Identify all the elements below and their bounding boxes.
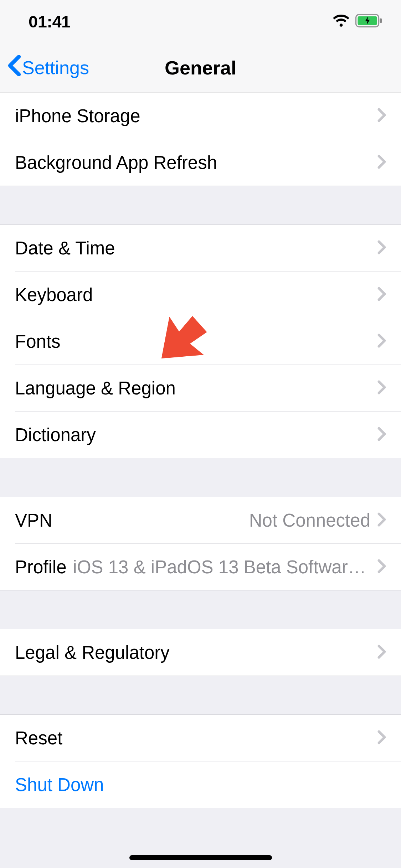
row-legal[interactable]: Legal & Regulatory [0,629,401,676]
back-label: Settings [22,57,89,78]
back-button[interactable]: Settings [0,55,89,80]
chevron-right-icon [377,240,386,256]
row-label: Legal & Regulatory [15,642,170,663]
row-detail: iOS 13 & iPadOS 13 Beta Software Profile… [73,557,377,578]
chevron-right-icon [377,427,386,443]
chevron-right-icon [377,108,386,124]
status-time: 01:41 [29,12,71,31]
row-keyboard[interactable]: Keyboard [0,272,401,318]
chevron-right-icon [377,512,386,528]
row-label: Language & Region [15,378,176,399]
chevron-right-icon [377,287,386,303]
nav-bar: Settings General [0,43,401,93]
row-date-time[interactable]: Date & Time [0,225,401,271]
row-label: iPhone Storage [15,105,140,126]
status-bar: 01:41 [0,0,401,43]
chevron-right-icon [377,559,386,575]
chevron-right-icon [377,645,386,660]
group-reset: Reset Shut Down [0,714,401,808]
row-vpn[interactable]: VPN Not Connected [0,497,401,543]
row-dictionary[interactable]: Dictionary [0,412,401,458]
row-label: Profile [15,557,67,578]
chevron-left-icon [7,55,21,80]
chevron-right-icon [377,155,386,170]
row-label: Reset [15,728,62,749]
row-label: Fonts [15,331,61,352]
group-vpn-profile: VPN Not Connected Profile iOS 13 & iPadO… [0,497,401,590]
chevron-right-icon [377,380,386,396]
group-legal: Legal & Regulatory [0,629,401,676]
status-right [333,14,383,29]
row-language-region[interactable]: Language & Region [0,365,401,411]
content[interactable]: iPhone Storage Background App Refresh Da… [0,93,401,868]
battery-icon [355,14,383,29]
row-detail: Not Connected [59,510,377,531]
row-profile[interactable]: Profile iOS 13 & iPadOS 13 Beta Software… [0,544,401,590]
row-label: VPN [15,510,52,531]
chevron-right-icon [377,334,386,349]
row-label: Keyboard [15,284,93,305]
row-background-refresh[interactable]: Background App Refresh [0,139,401,186]
group-locale: Date & Time Keyboard Fonts Language & Re… [0,224,401,458]
row-shut-down[interactable]: Shut Down [0,761,401,808]
group-storage: iPhone Storage Background App Refresh [0,93,401,186]
wifi-icon [333,14,350,29]
row-label: Shut Down [15,774,104,795]
row-label: Background App Refresh [15,152,217,173]
svg-rect-2 [380,18,382,23]
row-label: Dictionary [15,424,96,445]
row-reset[interactable]: Reset [0,715,401,761]
row-iphone-storage[interactable]: iPhone Storage [0,93,401,139]
chevron-right-icon [377,730,386,746]
row-fonts[interactable]: Fonts [0,318,401,365]
row-label: Date & Time [15,238,115,259]
home-indicator[interactable] [129,855,272,860]
